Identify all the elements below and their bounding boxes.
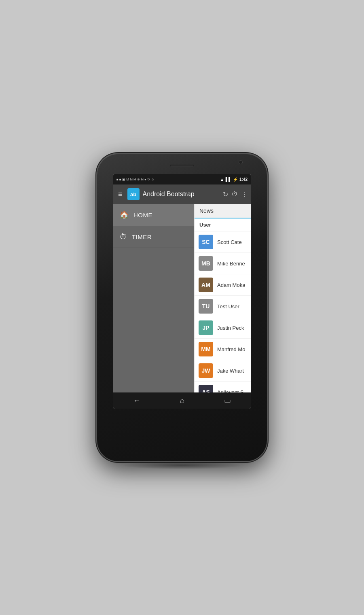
nav-home-label: HOME <box>133 212 152 218</box>
user-name: Test User <box>217 303 239 310</box>
user-list-item[interactable]: ASAgilevent S <box>195 382 251 392</box>
app-toolbar: ≡ ab Android Bootstrap ↻ ⏱ ⋮ <box>113 184 251 204</box>
status-bar: ■ ■ ▣ M M M ⊙ M ● ↻ ☺ ▲ ▌▌ ⚡ 1:42 <box>113 174 251 184</box>
user-list-item[interactable]: JWJake Whart <box>195 360 251 382</box>
main-content: 🏠 HOME ⏱ TIMER News User SCScott CateMBM… <box>113 204 251 392</box>
home-icon: 🏠 <box>120 210 129 219</box>
nav-item-timer[interactable]: ⏱ TIMER <box>113 226 194 248</box>
user-list-item[interactable]: MBMike Benne <box>195 253 251 274</box>
nav-drawer: 🏠 HOME ⏱ TIMER <box>113 204 194 392</box>
user-list-header: User <box>195 218 251 231</box>
nav-item-home[interactable]: 🏠 HOME <box>113 204 194 226</box>
right-panel: News User SCScott CateMBMike BenneAMAdam… <box>194 204 251 392</box>
back-button[interactable]: ← <box>125 395 148 407</box>
home-button[interactable]: ⌂ <box>172 395 193 407</box>
recents-button[interactable]: ▭ <box>216 394 239 407</box>
user-name: Scott Cate <box>217 239 242 245</box>
user-avatar: AS <box>199 385 213 392</box>
user-avatar: SC <box>199 235 213 249</box>
user-list-item[interactable]: TUTest User <box>195 296 251 317</box>
user-list: SCScott CateMBMike BenneAMAdam MokaTUTes… <box>195 231 251 392</box>
user-list-item[interactable]: MMManfred Mo <box>195 339 251 360</box>
user-list-item[interactable]: AMAdam Moka <box>195 274 251 296</box>
app-title: Android Bootstrap <box>143 191 220 198</box>
phone-camera <box>239 160 243 164</box>
news-tab-label[interactable]: News <box>199 208 214 214</box>
time-display: 1:42 <box>239 177 248 182</box>
status-icons-left: ■ ■ ▣ M M M ⊙ M ● ↻ ☺ <box>116 178 154 181</box>
panel-header: News <box>195 204 251 218</box>
refresh-button[interactable]: ↻ <box>223 191 228 198</box>
user-name: Agilevent S <box>217 389 244 393</box>
user-avatar: MB <box>199 256 213 271</box>
status-icons-right: ▲ ▌▌ ⚡ 1:42 <box>220 177 248 182</box>
app-logo: ab <box>127 188 140 200</box>
nav-timer-label: TIMER <box>132 233 152 240</box>
user-list-item[interactable]: JPJustin Peck <box>195 317 251 339</box>
user-name: Manfred Mo <box>217 346 245 352</box>
user-list-item[interactable]: SCScott Cate <box>195 231 251 253</box>
user-avatar: TU <box>199 299 213 314</box>
more-button[interactable]: ⋮ <box>241 191 248 198</box>
user-avatar: JW <box>199 363 213 378</box>
user-name: Jake Whart <box>217 368 244 374</box>
phone-top <box>97 154 267 174</box>
timer-icon: ⏱ <box>120 233 127 241</box>
user-avatar: AM <box>199 278 213 292</box>
history-button[interactable]: ⏱ <box>231 191 238 198</box>
wifi-icon: ▲ <box>220 177 224 182</box>
user-name: Justin Peck <box>217 325 244 331</box>
phone-screen: ■ ■ ▣ M M M ⊙ M ● ↻ ☺ ▲ ▌▌ ⚡ 1:42 ≡ ab A… <box>113 174 251 409</box>
phone-device: ■ ■ ▣ M M M ⊙ M ● ↻ ☺ ▲ ▌▌ ⚡ 1:42 ≡ ab A… <box>97 154 267 461</box>
toolbar-actions: ↻ ⏱ ⋮ <box>223 191 248 198</box>
phone-speaker <box>170 165 194 167</box>
user-avatar: JP <box>199 320 213 335</box>
user-name: Mike Benne <box>217 261 245 267</box>
user-avatar: MM <box>199 342 213 356</box>
signal-icon: ▌▌ <box>226 177 231 182</box>
bottom-nav: ← ⌂ ▭ <box>113 392 251 409</box>
hamburger-icon[interactable]: ≡ <box>116 189 124 200</box>
user-name: Adam Moka <box>217 282 245 288</box>
battery-icon: ⚡ <box>233 177 238 182</box>
phone-shadow <box>121 461 243 469</box>
